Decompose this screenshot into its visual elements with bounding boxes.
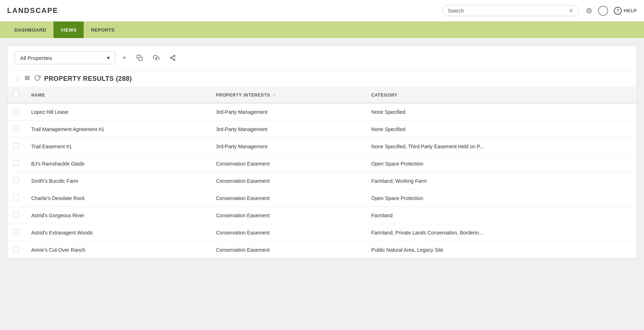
row-interests: Conservation Easement [210, 190, 366, 207]
row-checkbox[interactable] [13, 160, 19, 166]
table-row: Smith's Bucolic Farm Conservation Easeme… [8, 172, 636, 190]
app-logo: LANDSCAPE [7, 6, 58, 15]
row-name[interactable]: Annie's Cut-Over Ranch [25, 241, 210, 259]
help-circle-icon: ? [614, 7, 622, 15]
copy-icon [136, 55, 143, 61]
search-input[interactable] [448, 8, 566, 14]
nav-item-views[interactable]: VIEWS [53, 22, 84, 38]
upload-button[interactable] [150, 53, 162, 62]
row-category: Open Space Protection [365, 155, 636, 172]
header-icons: ⚙ ? HELP [586, 6, 637, 16]
svg-line-5 [172, 58, 173, 59]
nav-item-reports[interactable]: REPORTS [84, 22, 122, 38]
row-category: Farmland, Working Farm [365, 172, 636, 190]
row-name[interactable]: Trail Easement #1 [25, 138, 210, 155]
row-checkbox-cell[interactable] [8, 155, 25, 172]
row-checkbox-cell[interactable] [8, 241, 25, 259]
dots-icon[interactable]: ⋮ [15, 75, 20, 82]
row-interests: Conservation Easement [210, 207, 366, 224]
main-content: All Properties ▾ + [0, 38, 644, 266]
section-title: PROPERTY RESULTS (288) [44, 75, 132, 83]
row-interests: 3rd-Party Management [210, 138, 366, 155]
table-row: Charlie's Desolate Rock Conservation Eas… [8, 190, 636, 207]
row-category: Farmland, Private Lands Conservation, Bo… [365, 224, 636, 241]
row-name[interactable]: BJ's Ramshackle Glade [25, 155, 210, 172]
help-label: HELP [624, 8, 637, 13]
row-name[interactable]: Astrid's Extravagent Woods [25, 224, 210, 241]
row-checkbox-cell[interactable] [8, 207, 25, 224]
table-row: Lopez Hill Lease 3rd-Party Management No… [8, 103, 636, 121]
section-header: ⋮ PROPERTY RESULTS (288) [8, 70, 636, 87]
share-icon [169, 55, 176, 61]
row-category: None Specified [365, 103, 636, 121]
row-checkbox[interactable] [13, 229, 19, 235]
row-checkbox[interactable] [13, 126, 19, 131]
view-dropdown[interactable]: All Properties ▾ [15, 51, 115, 64]
sort-arrow-icon: ↑ [273, 93, 276, 98]
row-checkbox[interactable] [13, 143, 19, 149]
category-column-header[interactable]: CATEGORY [365, 87, 636, 103]
row-name[interactable]: Smith's Bucolic Farm [25, 172, 210, 190]
row-interests: Conservation Easement [210, 155, 366, 172]
row-checkbox[interactable] [13, 195, 19, 200]
clear-search-icon[interactable]: ✕ [569, 7, 573, 14]
row-checkbox-cell[interactable] [8, 190, 25, 207]
table-header-row: NAME PROPERTY INTERESTS ↑ CATEGORY [8, 87, 636, 103]
row-category: Open Space Protection [365, 190, 636, 207]
view-dropdown-label: All Properties [20, 55, 52, 61]
row-checkbox[interactable] [13, 246, 19, 252]
row-checkbox[interactable] [13, 108, 19, 114]
row-checkbox-cell[interactable] [8, 121, 25, 138]
nav-bar: DASHBOARD VIEWS REPORTS [0, 22, 644, 38]
row-checkbox-cell[interactable] [8, 224, 25, 241]
row-name[interactable]: Astrid's Gorgeous River [25, 207, 210, 224]
row-category: None Specified [365, 121, 636, 138]
refresh-icon[interactable] [34, 75, 41, 83]
properties-table: NAME PROPERTY INTERESTS ↑ CATEGORY Lopez… [8, 87, 636, 259]
upload-icon [153, 55, 159, 61]
row-name[interactable]: Charlie's Desolate Rock [25, 190, 210, 207]
checkbox-header[interactable] [8, 87, 25, 103]
row-name[interactable]: Lopez Hill Lease [25, 103, 210, 121]
columns-icon[interactable] [24, 75, 31, 83]
row-checkbox[interactable] [13, 177, 19, 183]
row-checkbox-cell[interactable] [8, 138, 25, 155]
content-card: All Properties ▾ + [7, 45, 637, 259]
add-button[interactable]: + [120, 53, 129, 63]
name-column-header[interactable]: NAME [25, 87, 210, 103]
row-category: None Specified, Third Party Easement Hel… [365, 138, 636, 155]
table-row: Trail Easement #1 3rd-Party Management N… [8, 138, 636, 155]
svg-rect-0 [139, 57, 142, 61]
copy-button[interactable] [134, 53, 146, 62]
interests-column-header[interactable]: PROPERTY INTERESTS ↑ [210, 87, 366, 103]
row-checkbox-cell[interactable] [8, 103, 25, 121]
row-interests: Conservation Easement [210, 241, 366, 259]
row-name[interactable]: Trail Management Agreement #1 [25, 121, 210, 138]
table-row: Astrid's Gorgeous River Conservation Eas… [8, 207, 636, 224]
row-checkbox[interactable] [13, 212, 19, 218]
row-category: Public Natural Area, Legacy Site [365, 241, 636, 259]
share-button[interactable] [167, 53, 179, 62]
row-interests: Conservation Easement [210, 172, 366, 190]
row-category: Farmland [365, 207, 636, 224]
user-icon[interactable] [598, 6, 608, 16]
row-interests: 3rd-Party Management [210, 103, 366, 121]
search-bar[interactable]: ✕ [442, 5, 579, 16]
table-row: Trail Management Agreement #1 3rd-Party … [8, 121, 636, 138]
table-row: Annie's Cut-Over Ranch Conservation Ease… [8, 241, 636, 259]
row-interests: Conservation Easement [210, 224, 366, 241]
table-row: BJ's Ramshackle Glade Conservation Easem… [8, 155, 636, 172]
app-header: LANDSCAPE ✕ ⚙ ? HELP [0, 0, 644, 22]
chevron-down-icon: ▾ [107, 55, 110, 61]
row-interests: 3rd-Party Management [210, 121, 366, 138]
table-row: Astrid's Extravagent Woods Conservation … [8, 224, 636, 241]
nav-item-dashboard[interactable]: DASHBOARD [7, 22, 53, 38]
toolbar: All Properties ▾ + [8, 46, 636, 70]
svg-line-6 [172, 56, 173, 57]
row-checkbox-cell[interactable] [8, 172, 25, 190]
help-button[interactable]: ? HELP [614, 7, 637, 15]
gear-icon[interactable]: ⚙ [586, 6, 592, 15]
select-all-checkbox[interactable] [13, 92, 19, 97]
